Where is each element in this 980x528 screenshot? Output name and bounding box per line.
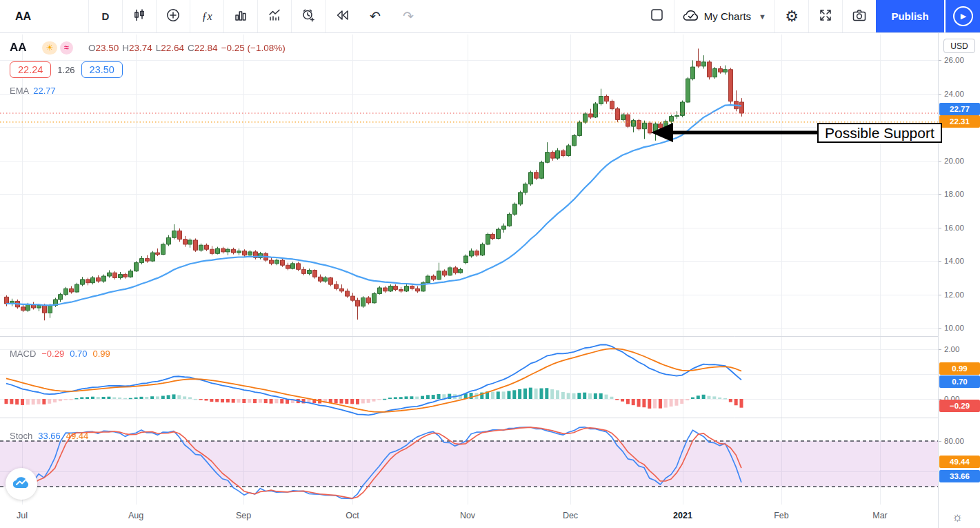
- symbol-button[interactable]: AA: [0, 0, 88, 32]
- chart-settings-button[interactable]: ⚙: [775, 0, 808, 32]
- stoch-d-value: 49.44: [66, 431, 89, 441]
- fullscreen-icon: [819, 9, 832, 24]
- macd-signal-badge: 0.99: [939, 362, 980, 375]
- macd-line-badge: 0.70: [939, 375, 980, 388]
- forecast-icon: [268, 9, 281, 24]
- camera-icon: [852, 9, 866, 24]
- chart-canvas[interactable]: [0, 33, 980, 528]
- gear-icon: ⚙: [785, 8, 799, 26]
- axis-tick-label: 18.00: [944, 189, 964, 199]
- fullscreen-button[interactable]: [809, 0, 842, 32]
- play-icon: ▶: [953, 6, 973, 26]
- redo-icon: ↷: [403, 8, 414, 24]
- stoch-label: Stoch: [10, 431, 32, 441]
- market-status-icon: ☀: [42, 41, 58, 55]
- axis-tick-label: 80.00: [944, 436, 964, 446]
- top-toolbar: AA D ƒx ↶ ↷ My Charts ▼ ⚙: [0, 0, 980, 33]
- currency-button[interactable]: USD: [943, 39, 975, 53]
- stoch-k-value: 33.66: [38, 431, 61, 441]
- chart-logo-button[interactable]: [6, 468, 37, 500]
- macd-line-value: 0.70: [70, 349, 87, 359]
- alert-button[interactable]: [292, 0, 325, 32]
- ema-label: EMA: [10, 86, 29, 96]
- chart-style-button[interactable]: [123, 0, 156, 32]
- time-axis-label: Feb: [774, 511, 789, 520]
- close-label: C: [188, 43, 194, 53]
- delayed-data-icon: ≈: [60, 41, 73, 55]
- spread-value: 1.26: [57, 65, 74, 75]
- axis-tick-label: 14.00: [944, 256, 964, 266]
- axis-tick-label: 16.00: [944, 223, 964, 233]
- macd-signal-value: 0.99: [93, 349, 110, 359]
- layout-square-icon: [650, 8, 663, 24]
- possible-support-annotation[interactable]: Possible Support: [817, 123, 942, 143]
- time-axis-label: Aug: [128, 511, 143, 520]
- ema-value: 22.77: [33, 86, 56, 96]
- rewind-icon: [335, 10, 349, 23]
- publish-button[interactable]: Publish: [876, 0, 944, 32]
- time-axis-label: Mar: [872, 511, 888, 520]
- time-axis-label: Dec: [563, 511, 578, 520]
- bar-replay-button[interactable]: [326, 0, 359, 32]
- change-value: −0.25 (−1.08%): [221, 43, 286, 53]
- time-axis-label: 2021: [673, 511, 692, 520]
- ema-price-badge: 22.77: [939, 103, 980, 115]
- my-charts-button[interactable]: My Charts ▼: [674, 0, 774, 32]
- macd-hist-value: −0.29: [41, 349, 64, 359]
- snapshot-button[interactable]: [843, 0, 876, 32]
- open-label: O: [88, 43, 96, 53]
- undo-button[interactable]: ↶: [359, 0, 392, 32]
- low-value: 22.64: [161, 43, 184, 53]
- indicators-button[interactable]: ƒx: [190, 0, 223, 32]
- legend-symbol[interactable]: AA: [10, 41, 27, 55]
- ema-legend: EMA22.77: [10, 86, 286, 96]
- time-axis-label: Oct: [346, 511, 359, 520]
- axis-tick-label: 12.00: [944, 290, 964, 300]
- publish-menu-button[interactable]: ▶: [944, 0, 980, 32]
- main-legend: AA ☀ ≈ O23.50 H23.74 L22.64 C22.84 −0.25…: [10, 41, 286, 96]
- time-axis-label: Nov: [460, 511, 475, 520]
- axis-tick-label: 26.00: [944, 55, 964, 65]
- time-axis-label: Sep: [236, 511, 251, 520]
- macd-label: MACD: [10, 349, 36, 359]
- chart-area: AA ☀ ≈ O23.50 H23.74 L22.64 C22.84 −0.25…: [0, 33, 980, 528]
- time-axis-label: Jul: [17, 511, 28, 520]
- support-price-badge: 22.31: [939, 115, 980, 128]
- close-value: 22.84: [194, 43, 218, 53]
- ohlc-values: O23.50 H23.74 L22.64 C22.84 −0.25 (−1.08…: [88, 43, 286, 53]
- sell-button[interactable]: 22.24: [10, 61, 51, 78]
- time-axis[interactable]: JulAugSepOctNovDec2021FebMar: [0, 505, 938, 528]
- undo-icon: ↶: [370, 8, 381, 24]
- cloud-check-icon: [683, 10, 699, 23]
- bar-chart-icon: [234, 9, 247, 24]
- timezone-settings-icon[interactable]: ☼: [952, 510, 963, 525]
- axis-tick-label: 2.00: [944, 344, 959, 354]
- macd-hist-badge: −0.29: [939, 400, 980, 412]
- cloud-chart-logo-icon: [12, 476, 31, 492]
- axis-tick-label: 20.00: [944, 156, 964, 166]
- layout-button[interactable]: [641, 0, 674, 32]
- stoch-d-badge: 49.44: [939, 456, 980, 468]
- axis-tick-label: 10.00: [944, 323, 964, 333]
- redo-button[interactable]: ↷: [392, 0, 425, 32]
- plus-circle-icon: [166, 8, 180, 25]
- open-value: 23.50: [95, 43, 119, 53]
- my-charts-label: My Charts: [704, 10, 751, 22]
- high-value: 23.74: [129, 43, 152, 53]
- buy-button[interactable]: 23.50: [81, 61, 123, 78]
- stoch-k-badge: 33.66: [939, 470, 980, 482]
- alarm-plus-icon: [301, 8, 315, 25]
- forecast-button[interactable]: [258, 0, 291, 32]
- fx-icon: ƒx: [201, 10, 212, 23]
- high-label: H: [122, 43, 129, 53]
- interval-button[interactable]: D: [89, 0, 122, 32]
- chevron-down-icon: ▼: [759, 12, 766, 21]
- candlestick-icon: [133, 9, 146, 24]
- stoch-legend: Stoch 33.66 49.44: [10, 431, 88, 441]
- axis-tick-label: 24.00: [944, 89, 964, 99]
- compare-button[interactable]: [157, 0, 190, 32]
- price-axis[interactable]: USD 26.0024.0020.0018.0016.0014.0012.001…: [938, 33, 980, 528]
- indicator-templates-button[interactable]: [224, 0, 257, 32]
- macd-legend: MACD −0.29 0.70 0.99: [10, 349, 110, 359]
